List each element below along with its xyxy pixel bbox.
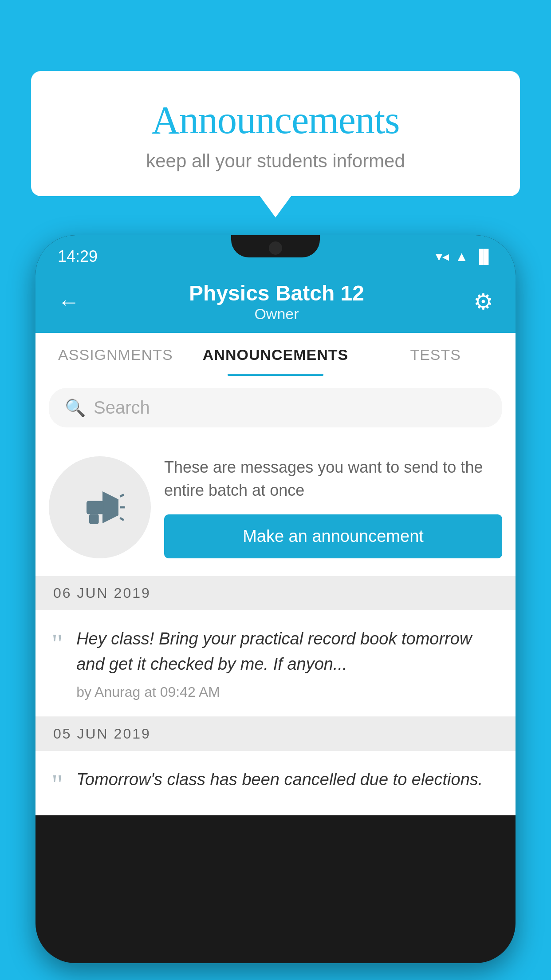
search-placeholder: Search (94, 398, 150, 418)
promo-right: These are messages you want to send to t… (164, 456, 502, 558)
tab-assignments[interactable]: ASSIGNMENTS (35, 334, 196, 376)
announcement-item-2[interactable]: " Tomorrow's class has been cancelled du… (35, 751, 516, 815)
svg-rect-1 (87, 501, 103, 514)
tab-announcements[interactable]: ANNOUNCEMENTS (196, 334, 356, 376)
wifi-icon: ▾◂ (436, 249, 449, 264)
phone-notch (231, 235, 320, 257)
speech-bubble-subtitle: keep all your students informed (58, 150, 493, 172)
announcement-meta-1: by Anurag at 09:42 AM (76, 684, 500, 700)
announcement-promo: These are messages you want to send to t… (35, 438, 516, 576)
speech-bubble-container: Announcements keep all your students inf… (31, 71, 520, 196)
announcement-content-1: Hey class! Bring your practical record b… (76, 626, 500, 700)
phone-wrapper: 14:29 ▾◂ ▲ ▐▌ ← Physics Batch 12 Owner ⚙… (35, 235, 516, 980)
date-separator-1: 06 JUN 2019 (35, 576, 516, 610)
promo-description: These are messages you want to send to t… (164, 456, 502, 502)
search-bar-container: 🔍 Search (35, 377, 516, 438)
search-icon: 🔍 (65, 398, 86, 418)
status-time: 14:29 (58, 247, 98, 266)
svg-line-5 (120, 518, 124, 520)
speech-bubble: Announcements keep all your students inf… (31, 71, 520, 196)
signal-icon: ▲ (455, 249, 468, 264)
announcement-text-1: Hey class! Bring your practical record b… (76, 626, 500, 677)
battery-icon: ▐▌ (474, 249, 493, 264)
megaphone-circle (49, 456, 151, 558)
svg-rect-2 (89, 514, 99, 524)
header-title: Physics Batch 12 (189, 281, 364, 305)
phone-content: 🔍 Search These are me (35, 377, 516, 815)
tab-tests[interactable]: TESTS (355, 334, 516, 376)
phone: 14:29 ▾◂ ▲ ▐▌ ← Physics Batch 12 Owner ⚙… (35, 235, 516, 963)
back-button[interactable]: ← (58, 289, 80, 315)
speech-bubble-title: Announcements (58, 98, 493, 142)
megaphone-icon (73, 481, 126, 534)
announcement-content-2: Tomorrow's class has been cancelled due … (76, 767, 500, 799)
announcement-text-2: Tomorrow's class has been cancelled due … (76, 767, 500, 792)
status-icons: ▾◂ ▲ ▐▌ (436, 249, 493, 264)
gear-icon[interactable]: ⚙ (473, 289, 493, 315)
quote-icon-2: " (51, 767, 63, 799)
phone-camera (269, 241, 282, 255)
header-subtitle: Owner (189, 305, 364, 323)
announcement-item-1[interactable]: " Hey class! Bring your practical record… (35, 610, 516, 717)
svg-line-3 (120, 494, 124, 497)
tabs-bar: ASSIGNMENTS ANNOUNCEMENTS TESTS (35, 333, 516, 377)
header-center: Physics Batch 12 Owner (189, 281, 364, 323)
search-bar[interactable]: 🔍 Search (49, 388, 502, 427)
quote-icon-1: " (51, 626, 63, 700)
svg-marker-0 (102, 491, 118, 523)
app-header: ← Physics Batch 12 Owner ⚙ (35, 271, 516, 333)
make-announcement-button[interactable]: Make an announcement (164, 514, 502, 558)
date-separator-2: 05 JUN 2019 (35, 717, 516, 751)
